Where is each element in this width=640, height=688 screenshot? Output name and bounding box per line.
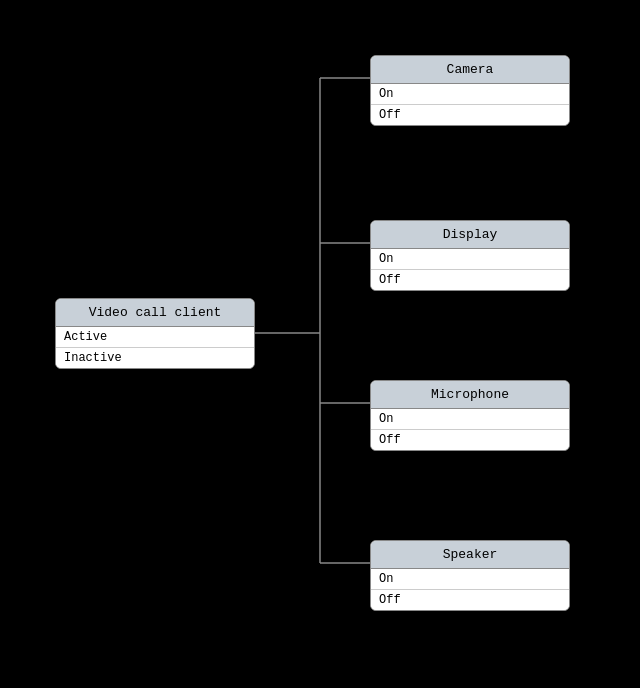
speaker-item-off[interactable]: Off (371, 590, 569, 610)
camera-item-on[interactable]: On (371, 84, 569, 105)
microphone-node: Microphone On Off (370, 380, 570, 451)
camera-item-off[interactable]: Off (371, 105, 569, 125)
speaker-node-header: Speaker (371, 541, 569, 569)
display-node-header: Display (371, 221, 569, 249)
root-item-inactive[interactable]: Inactive (56, 348, 254, 368)
camera-node-header: Camera (371, 56, 569, 84)
root-node-header: Video call client (56, 299, 254, 327)
display-node: Display On Off (370, 220, 570, 291)
microphone-item-off[interactable]: Off (371, 430, 569, 450)
microphone-item-on[interactable]: On (371, 409, 569, 430)
display-item-on[interactable]: On (371, 249, 569, 270)
camera-node: Camera On Off (370, 55, 570, 126)
microphone-node-header: Microphone (371, 381, 569, 409)
display-item-off[interactable]: Off (371, 270, 569, 290)
root-item-active[interactable]: Active (56, 327, 254, 348)
diagram-container: Video call client Active Inactive Camera… (0, 0, 640, 688)
root-node: Video call client Active Inactive (55, 298, 255, 369)
speaker-item-on[interactable]: On (371, 569, 569, 590)
speaker-node: Speaker On Off (370, 540, 570, 611)
